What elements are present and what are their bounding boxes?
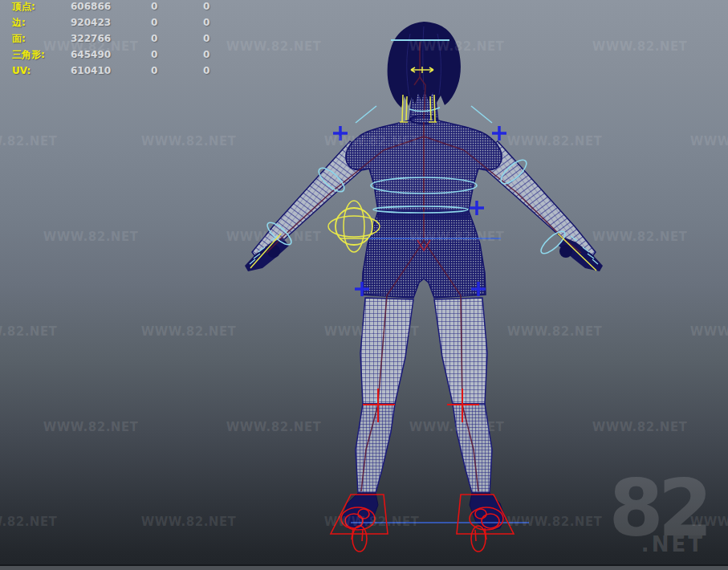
viewport-3d-scene[interactable]: [0, 0, 728, 570]
hud-total: 322766: [71, 33, 151, 44]
hud-col3: 0: [203, 17, 255, 28]
hud-label: 边:: [12, 16, 71, 30]
hud-total: 920423: [71, 17, 151, 28]
hud-total: 606866: [71, 1, 151, 12]
handle-left-shoulder-icon[interactable]: [333, 126, 348, 140]
hud-col3: 0: [203, 65, 255, 76]
hud-col3: 0: [203, 33, 255, 44]
hud-col2: 0: [151, 33, 203, 44]
right-shoulder-marker: [471, 106, 492, 123]
hud-col3: 0: [203, 1, 255, 12]
hud-total: 610410: [71, 65, 151, 76]
hud-col2: 0: [151, 65, 203, 76]
hud-label: 三角形:: [12, 48, 71, 62]
maya-3d-viewport[interactable]: WWW.82.NETWWW.82.NETWWW.82.NETWWW.82.NET…: [0, 0, 728, 570]
hud-row-faces: 面: 322766 0 0: [0, 31, 265, 47]
hud-total: 645490: [71, 49, 151, 60]
handle-right-shoulder-icon[interactable]: [492, 126, 506, 140]
left-shoulder-marker: [356, 106, 376, 123]
hud-col2: 0: [151, 49, 203, 60]
hud-col2: 0: [151, 17, 203, 28]
polycount-hud: 顶点: 606866 0 0 边: 920423 0 0 面: 322766 0…: [0, 0, 265, 79]
right-palm: [559, 245, 572, 258]
hud-label: 面:: [12, 32, 71, 46]
hud-col2: 0: [151, 1, 203, 12]
hud-row-uv: UV: 610410 0 0: [0, 63, 265, 79]
right-calf-mesh[interactable]: [453, 404, 492, 493]
handle-right-waist-icon[interactable]: [470, 201, 484, 215]
left-thigh-mesh[interactable]: [360, 298, 413, 404]
hud-row-edges: 边: 920423 0 0: [0, 14, 265, 31]
hud-row-vertices: 顶点: 606866 0 0: [0, 0, 265, 14]
hud-row-triangles: 三角形: 645490 0 0: [0, 47, 265, 63]
hud-label: 顶点:: [12, 0, 71, 14]
character-wireframe-mesh[interactable]: [245, 22, 603, 531]
hud-col3: 0: [203, 49, 255, 60]
face-arrow-control: [411, 67, 433, 73]
bottom-panel-edge: [0, 564, 728, 570]
hud-label: UV:: [12, 65, 71, 76]
